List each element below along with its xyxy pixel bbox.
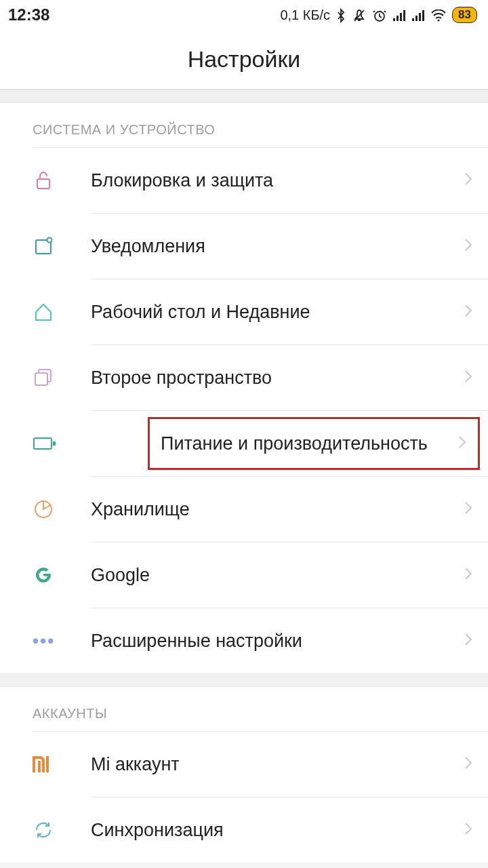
more-icon: ••• <box>33 631 66 652</box>
status-right: 0,1 КБ/с 83 <box>280 7 477 23</box>
status-time: 12:38 <box>8 5 49 24</box>
row-home-label: Рабочий стол и Недавние <box>66 302 464 323</box>
section-gap <box>0 673 488 687</box>
battery-icon <box>33 435 66 452</box>
svg-point-13 <box>47 238 52 243</box>
status-data-rate: 0,1 КБ/с <box>280 7 330 23</box>
row-storage[interactable]: Хранилище <box>0 477 488 542</box>
svg-rect-2 <box>393 18 395 21</box>
svg-rect-4 <box>400 13 402 21</box>
row-notifications-label: Уведомления <box>66 236 464 257</box>
row-sync-label: Синхронизация <box>66 820 464 841</box>
svg-rect-3 <box>396 16 399 21</box>
row-advanced-label: Расширенные настройки <box>66 631 464 652</box>
signal-2-icon <box>411 7 425 23</box>
chevron-right-icon <box>464 369 473 387</box>
chevron-right-icon <box>458 435 478 453</box>
section-accounts: АККАУНТЫ Mi аккаунт Синхронизация <box>0 687 488 863</box>
wifi-icon <box>430 7 447 23</box>
svg-point-10 <box>438 20 440 22</box>
chevron-right-icon <box>464 237 473 256</box>
section-accounts-title: АККАУНТЫ <box>0 687 488 731</box>
row-notifications[interactable]: Уведомления <box>0 214 488 279</box>
lock-icon <box>33 170 66 191</box>
svg-rect-11 <box>37 179 49 189</box>
row-advanced-settings[interactable]: ••• Расширенные настройки <box>0 608 488 673</box>
section-system-title: СИСТЕМА И УСТРОЙСТВО <box>0 103 488 147</box>
svg-rect-5 <box>403 10 405 21</box>
chevron-right-icon <box>464 755 473 774</box>
svg-rect-9 <box>422 10 424 21</box>
svg-rect-16 <box>34 438 52 449</box>
svg-rect-17 <box>53 441 56 446</box>
chevron-right-icon <box>464 632 473 650</box>
row-lock-protection[interactable]: Блокировка и защита <box>0 148 488 213</box>
second-space-icon <box>33 367 66 389</box>
row-sync[interactable]: Синхронизация <box>0 797 488 863</box>
section-gap <box>0 90 488 103</box>
alarm-icon <box>372 7 387 23</box>
chevron-right-icon <box>464 172 473 190</box>
mi-logo-icon <box>33 756 66 772</box>
svg-rect-15 <box>35 373 47 385</box>
chevron-right-icon <box>464 821 473 840</box>
bluetooth-icon <box>336 7 346 23</box>
storage-icon <box>33 498 66 520</box>
page-header: Настройки <box>0 30 488 90</box>
row-battery-label: Питание и производительность <box>150 433 458 454</box>
svg-rect-8 <box>419 13 421 21</box>
row-home-recents[interactable]: Рабочий стол и Недавние <box>0 279 488 344</box>
sync-icon <box>33 819 66 841</box>
row-battery-performance[interactable]: Питание и производительность <box>0 411 488 476</box>
row-storage-label: Хранилище <box>66 499 464 520</box>
row-mi-account[interactable]: Mi аккаунт <box>0 732 488 797</box>
chevron-right-icon <box>464 500 473 519</box>
row-mi-label: Mi аккаунт <box>66 754 464 775</box>
row-google[interactable]: Google <box>0 542 488 608</box>
signal-1-icon <box>392 7 406 23</box>
svg-rect-6 <box>412 18 414 21</box>
mute-icon <box>352 7 367 23</box>
section-system: СИСТЕМА И УСТРОЙСТВО Блокировка и защита… <box>0 103 488 673</box>
home-icon <box>33 301 66 323</box>
status-bar: 12:38 0,1 КБ/с 83 <box>0 0 488 30</box>
page-title: Настройки <box>188 46 301 73</box>
chevron-right-icon <box>464 566 473 585</box>
chevron-right-icon <box>464 303 473 321</box>
row-lock-label: Блокировка и защита <box>66 170 464 191</box>
battery-indicator: 83 <box>452 7 477 23</box>
row-second-space-label: Второе пространство <box>66 368 464 389</box>
notifications-icon <box>33 235 66 257</box>
google-icon <box>33 564 66 586</box>
svg-rect-7 <box>415 16 418 21</box>
row-google-label: Google <box>66 565 464 586</box>
row-second-space[interactable]: Второе пространство <box>0 345 488 410</box>
